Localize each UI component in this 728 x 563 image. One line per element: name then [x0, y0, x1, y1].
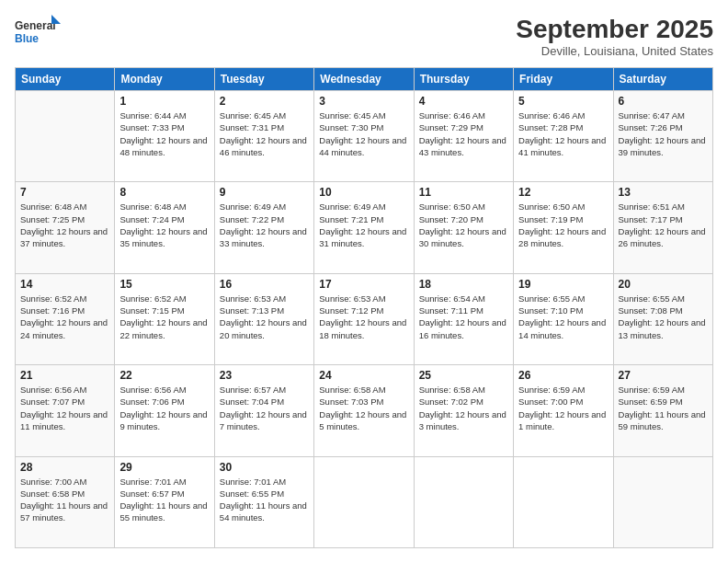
header-thursday: Thursday [414, 68, 513, 91]
day-info-29: Sunrise: 7:01 AMSunset: 6:57 PMDaylight:… [119, 476, 209, 524]
logo-svg: General Blue [15, 15, 61, 52]
day-info-12: Sunrise: 6:50 AMSunset: 7:19 PMDaylight:… [518, 201, 608, 249]
day-number-1: 1 [119, 95, 209, 108]
day-number-24: 24 [319, 369, 408, 382]
day-info-16: Sunrise: 6:53 AMSunset: 7:13 PMDaylight:… [220, 293, 309, 341]
day-number-4: 4 [419, 95, 508, 108]
day-number-14: 14 [20, 278, 109, 291]
day-info-8: Sunrise: 6:48 AMSunset: 7:24 PMDaylight:… [119, 201, 209, 249]
day-cell-w4-d5 [514, 456, 613, 547]
day-cell-w2-d4: 18Sunrise: 6:54 AMSunset: 7:11 PMDayligh… [414, 273, 513, 364]
day-number-27: 27 [619, 369, 708, 382]
day-cell-w4-d3 [314, 456, 414, 547]
day-info-21: Sunrise: 6:56 AMSunset: 7:07 PMDaylight:… [20, 384, 109, 432]
title-section: September 2025 Deville, Louisiana, Unite… [516, 15, 713, 58]
month-title: September 2025 [516, 15, 713, 44]
day-cell-w2-d0: 14Sunrise: 6:52 AMSunset: 7:16 PMDayligh… [16, 273, 115, 364]
day-number-25: 25 [419, 369, 508, 382]
day-number-9: 9 [220, 186, 309, 199]
day-cell-w3-d6: 27Sunrise: 6:59 AMSunset: 6:59 PMDayligh… [613, 365, 712, 456]
week-row-3: 21Sunrise: 6:56 AMSunset: 7:07 PMDayligh… [16, 365, 713, 456]
day-cell-w3-d3: 24Sunrise: 6:58 AMSunset: 7:03 PMDayligh… [314, 365, 414, 456]
day-cell-w3-d5: 26Sunrise: 6:59 AMSunset: 7:00 PMDayligh… [514, 365, 613, 456]
weekday-header-row: Sunday Monday Tuesday Wednesday Thursday… [16, 68, 713, 91]
day-info-13: Sunrise: 6:51 AMSunset: 7:17 PMDaylight:… [619, 201, 708, 249]
day-number-28: 28 [20, 461, 109, 474]
day-number-22: 22 [119, 369, 209, 382]
week-row-0: 1Sunrise: 6:44 AMSunset: 7:33 PMDaylight… [16, 91, 713, 182]
day-cell-w0-d4: 4Sunrise: 6:46 AMSunset: 7:29 PMDaylight… [414, 91, 513, 182]
day-cell-w4-d4 [414, 456, 513, 547]
day-info-5: Sunrise: 6:46 AMSunset: 7:28 PMDaylight:… [518, 109, 608, 158]
day-number-12: 12 [518, 186, 608, 199]
day-number-13: 13 [619, 186, 708, 199]
day-number-20: 20 [619, 278, 708, 291]
svg-marker-2 [51, 15, 61, 24]
day-cell-w2-d5: 19Sunrise: 6:55 AMSunset: 7:10 PMDayligh… [514, 273, 613, 364]
day-number-19: 19 [518, 278, 608, 291]
header-tuesday: Tuesday [214, 68, 313, 91]
day-cell-w1-d2: 9Sunrise: 6:49 AMSunset: 7:22 PMDaylight… [214, 182, 313, 273]
calendar-table: Sunday Monday Tuesday Wednesday Thursday… [15, 67, 713, 548]
day-info-7: Sunrise: 6:48 AMSunset: 7:25 PMDaylight:… [20, 201, 109, 249]
day-info-22: Sunrise: 6:56 AMSunset: 7:06 PMDaylight:… [119, 384, 209, 432]
day-info-2: Sunrise: 6:45 AMSunset: 7:31 PMDaylight:… [220, 109, 309, 158]
day-cell-w0-d6: 6Sunrise: 6:47 AMSunset: 7:26 PMDaylight… [613, 91, 712, 182]
day-info-27: Sunrise: 6:59 AMSunset: 6:59 PMDaylight:… [619, 384, 708, 432]
header-wednesday: Wednesday [314, 68, 414, 91]
day-number-21: 21 [20, 369, 109, 382]
week-row-4: 28Sunrise: 7:00 AMSunset: 6:58 PMDayligh… [16, 456, 713, 547]
day-cell-w0-d1: 1Sunrise: 6:44 AMSunset: 7:33 PMDaylight… [115, 91, 214, 182]
day-info-17: Sunrise: 6:53 AMSunset: 7:12 PMDaylight:… [319, 293, 408, 341]
day-cell-w0-d3: 3Sunrise: 6:45 AMSunset: 7:30 PMDaylight… [314, 91, 414, 182]
week-row-1: 7Sunrise: 6:48 AMSunset: 7:25 PMDaylight… [16, 182, 713, 273]
day-number-3: 3 [319, 95, 408, 108]
day-info-3: Sunrise: 6:45 AMSunset: 7:30 PMDaylight:… [319, 109, 408, 158]
page: General Blue September 2025 Deville, Lou… [0, 0, 728, 563]
day-cell-w4-d0: 28Sunrise: 7:00 AMSunset: 6:58 PMDayligh… [16, 456, 115, 547]
day-cell-w1-d0: 7Sunrise: 6:48 AMSunset: 7:25 PMDaylight… [16, 182, 115, 273]
day-cell-w0-d0 [16, 91, 115, 182]
day-cell-w3-d0: 21Sunrise: 6:56 AMSunset: 7:07 PMDayligh… [16, 365, 115, 456]
day-info-4: Sunrise: 6:46 AMSunset: 7:29 PMDaylight:… [419, 109, 508, 158]
day-cell-w4-d2: 30Sunrise: 7:01 AMSunset: 6:55 PMDayligh… [214, 456, 313, 547]
day-number-29: 29 [119, 461, 209, 474]
day-info-20: Sunrise: 6:55 AMSunset: 7:08 PMDaylight:… [619, 293, 708, 341]
day-cell-w2-d6: 20Sunrise: 6:55 AMSunset: 7:08 PMDayligh… [613, 273, 712, 364]
header-monday: Monday [115, 68, 214, 91]
day-cell-w1-d5: 12Sunrise: 6:50 AMSunset: 7:19 PMDayligh… [514, 182, 613, 273]
day-cell-w1-d3: 10Sunrise: 6:49 AMSunset: 7:21 PMDayligh… [314, 182, 414, 273]
day-cell-w4-d1: 29Sunrise: 7:01 AMSunset: 6:57 PMDayligh… [115, 456, 214, 547]
day-info-25: Sunrise: 6:58 AMSunset: 7:02 PMDaylight:… [419, 384, 508, 432]
day-cell-w2-d3: 17Sunrise: 6:53 AMSunset: 7:12 PMDayligh… [314, 273, 414, 364]
header-friday: Friday [514, 68, 613, 91]
header: General Blue September 2025 Deville, Lou… [15, 15, 713, 58]
day-info-19: Sunrise: 6:55 AMSunset: 7:10 PMDaylight:… [518, 293, 608, 341]
day-info-15: Sunrise: 6:52 AMSunset: 7:15 PMDaylight:… [119, 293, 209, 341]
logo: General Blue [15, 15, 61, 52]
day-cell-w1-d4: 11Sunrise: 6:50 AMSunset: 7:20 PMDayligh… [414, 182, 513, 273]
location: Deville, Louisiana, United States [516, 44, 713, 58]
day-info-1: Sunrise: 6:44 AMSunset: 7:33 PMDaylight:… [119, 109, 209, 158]
day-cell-w4-d6 [613, 456, 712, 547]
day-number-17: 17 [319, 278, 408, 291]
day-info-14: Sunrise: 6:52 AMSunset: 7:16 PMDaylight:… [20, 293, 109, 341]
day-info-9: Sunrise: 6:49 AMSunset: 7:22 PMDaylight:… [220, 201, 309, 249]
day-info-6: Sunrise: 6:47 AMSunset: 7:26 PMDaylight:… [619, 109, 708, 158]
day-number-7: 7 [20, 186, 109, 199]
day-cell-w2-d2: 16Sunrise: 6:53 AMSunset: 7:13 PMDayligh… [214, 273, 313, 364]
day-cell-w1-d1: 8Sunrise: 6:48 AMSunset: 7:24 PMDaylight… [115, 182, 214, 273]
day-info-10: Sunrise: 6:49 AMSunset: 7:21 PMDaylight:… [319, 201, 408, 249]
day-number-11: 11 [419, 186, 508, 199]
day-number-15: 15 [119, 278, 209, 291]
day-number-6: 6 [619, 95, 708, 108]
day-info-11: Sunrise: 6:50 AMSunset: 7:20 PMDaylight:… [419, 201, 508, 249]
svg-text:Blue: Blue [15, 32, 39, 45]
day-info-24: Sunrise: 6:58 AMSunset: 7:03 PMDaylight:… [319, 384, 408, 432]
header-sunday: Sunday [16, 68, 115, 91]
day-info-18: Sunrise: 6:54 AMSunset: 7:11 PMDaylight:… [419, 293, 508, 341]
day-info-23: Sunrise: 6:57 AMSunset: 7:04 PMDaylight:… [220, 384, 309, 432]
header-saturday: Saturday [613, 68, 712, 91]
svg-text:General: General [15, 19, 56, 32]
day-cell-w3-d1: 22Sunrise: 6:56 AMSunset: 7:06 PMDayligh… [115, 365, 214, 456]
